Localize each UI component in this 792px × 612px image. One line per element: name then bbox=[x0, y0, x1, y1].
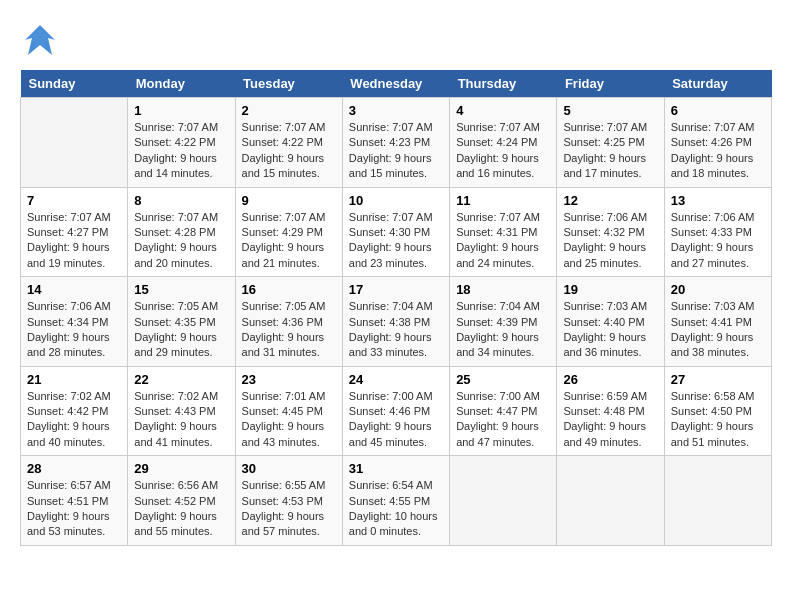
calendar-cell: 30Sunrise: 6:55 AMSunset: 4:53 PMDayligh… bbox=[235, 456, 342, 546]
day-detail: Sunrise: 7:01 AMSunset: 4:45 PMDaylight:… bbox=[242, 389, 336, 451]
day-detail: Sunrise: 7:06 AMSunset: 4:32 PMDaylight:… bbox=[563, 210, 657, 272]
day-number: 27 bbox=[671, 372, 765, 387]
calendar-day-header: Saturday bbox=[664, 70, 771, 98]
day-number: 15 bbox=[134, 282, 228, 297]
calendar-cell: 18Sunrise: 7:04 AMSunset: 4:39 PMDayligh… bbox=[450, 277, 557, 367]
day-number: 16 bbox=[242, 282, 336, 297]
calendar-week-row: 7Sunrise: 7:07 AMSunset: 4:27 PMDaylight… bbox=[21, 187, 772, 277]
day-detail: Sunrise: 7:07 AMSunset: 4:29 PMDaylight:… bbox=[242, 210, 336, 272]
day-number: 23 bbox=[242, 372, 336, 387]
day-number: 14 bbox=[27, 282, 121, 297]
day-number: 8 bbox=[134, 193, 228, 208]
calendar-week-row: 28Sunrise: 6:57 AMSunset: 4:51 PMDayligh… bbox=[21, 456, 772, 546]
day-detail: Sunrise: 7:07 AMSunset: 4:26 PMDaylight:… bbox=[671, 120, 765, 182]
calendar-cell: 3Sunrise: 7:07 AMSunset: 4:23 PMDaylight… bbox=[342, 98, 449, 188]
page-header bbox=[20, 20, 772, 60]
calendar-cell: 5Sunrise: 7:07 AMSunset: 4:25 PMDaylight… bbox=[557, 98, 664, 188]
day-detail: Sunrise: 7:03 AMSunset: 4:41 PMDaylight:… bbox=[671, 299, 765, 361]
calendar-cell bbox=[450, 456, 557, 546]
day-number: 31 bbox=[349, 461, 443, 476]
logo-icon bbox=[20, 20, 60, 60]
calendar-cell: 26Sunrise: 6:59 AMSunset: 4:48 PMDayligh… bbox=[557, 366, 664, 456]
calendar-cell bbox=[664, 456, 771, 546]
day-number: 7 bbox=[27, 193, 121, 208]
day-detail: Sunrise: 7:07 AMSunset: 4:24 PMDaylight:… bbox=[456, 120, 550, 182]
day-detail: Sunrise: 7:07 AMSunset: 4:30 PMDaylight:… bbox=[349, 210, 443, 272]
day-detail: Sunrise: 7:06 AMSunset: 4:33 PMDaylight:… bbox=[671, 210, 765, 272]
calendar-cell: 22Sunrise: 7:02 AMSunset: 4:43 PMDayligh… bbox=[128, 366, 235, 456]
day-number: 17 bbox=[349, 282, 443, 297]
calendar-day-header: Monday bbox=[128, 70, 235, 98]
calendar-cell: 10Sunrise: 7:07 AMSunset: 4:30 PMDayligh… bbox=[342, 187, 449, 277]
day-detail: Sunrise: 7:03 AMSunset: 4:40 PMDaylight:… bbox=[563, 299, 657, 361]
day-detail: Sunrise: 7:07 AMSunset: 4:25 PMDaylight:… bbox=[563, 120, 657, 182]
day-detail: Sunrise: 7:07 AMSunset: 4:27 PMDaylight:… bbox=[27, 210, 121, 272]
calendar-day-header: Tuesday bbox=[235, 70, 342, 98]
day-detail: Sunrise: 6:57 AMSunset: 4:51 PMDaylight:… bbox=[27, 478, 121, 540]
day-number: 22 bbox=[134, 372, 228, 387]
day-number: 12 bbox=[563, 193, 657, 208]
day-detail: Sunrise: 7:02 AMSunset: 4:42 PMDaylight:… bbox=[27, 389, 121, 451]
logo bbox=[20, 20, 64, 60]
calendar-cell: 27Sunrise: 6:58 AMSunset: 4:50 PMDayligh… bbox=[664, 366, 771, 456]
day-detail: Sunrise: 7:04 AMSunset: 4:38 PMDaylight:… bbox=[349, 299, 443, 361]
calendar-cell: 6Sunrise: 7:07 AMSunset: 4:26 PMDaylight… bbox=[664, 98, 771, 188]
day-number: 9 bbox=[242, 193, 336, 208]
calendar-cell: 23Sunrise: 7:01 AMSunset: 4:45 PMDayligh… bbox=[235, 366, 342, 456]
calendar-table: SundayMondayTuesdayWednesdayThursdayFrid… bbox=[20, 70, 772, 546]
day-number: 28 bbox=[27, 461, 121, 476]
day-number: 25 bbox=[456, 372, 550, 387]
day-number: 30 bbox=[242, 461, 336, 476]
calendar-week-row: 1Sunrise: 7:07 AMSunset: 4:22 PMDaylight… bbox=[21, 98, 772, 188]
day-detail: Sunrise: 6:56 AMSunset: 4:52 PMDaylight:… bbox=[134, 478, 228, 540]
calendar-week-row: 21Sunrise: 7:02 AMSunset: 4:42 PMDayligh… bbox=[21, 366, 772, 456]
calendar-cell bbox=[21, 98, 128, 188]
day-number: 24 bbox=[349, 372, 443, 387]
day-detail: Sunrise: 6:55 AMSunset: 4:53 PMDaylight:… bbox=[242, 478, 336, 540]
day-detail: Sunrise: 6:58 AMSunset: 4:50 PMDaylight:… bbox=[671, 389, 765, 451]
day-detail: Sunrise: 7:07 AMSunset: 4:22 PMDaylight:… bbox=[242, 120, 336, 182]
day-number: 5 bbox=[563, 103, 657, 118]
day-detail: Sunrise: 6:59 AMSunset: 4:48 PMDaylight:… bbox=[563, 389, 657, 451]
calendar-cell bbox=[557, 456, 664, 546]
day-detail: Sunrise: 7:00 AMSunset: 4:46 PMDaylight:… bbox=[349, 389, 443, 451]
day-number: 21 bbox=[27, 372, 121, 387]
day-number: 18 bbox=[456, 282, 550, 297]
calendar-cell: 14Sunrise: 7:06 AMSunset: 4:34 PMDayligh… bbox=[21, 277, 128, 367]
calendar-cell: 21Sunrise: 7:02 AMSunset: 4:42 PMDayligh… bbox=[21, 366, 128, 456]
day-detail: Sunrise: 7:07 AMSunset: 4:22 PMDaylight:… bbox=[134, 120, 228, 182]
calendar-cell: 4Sunrise: 7:07 AMSunset: 4:24 PMDaylight… bbox=[450, 98, 557, 188]
day-number: 20 bbox=[671, 282, 765, 297]
svg-marker-0 bbox=[25, 25, 55, 55]
calendar-cell: 1Sunrise: 7:07 AMSunset: 4:22 PMDaylight… bbox=[128, 98, 235, 188]
calendar-cell: 9Sunrise: 7:07 AMSunset: 4:29 PMDaylight… bbox=[235, 187, 342, 277]
day-detail: Sunrise: 7:07 AMSunset: 4:28 PMDaylight:… bbox=[134, 210, 228, 272]
day-detail: Sunrise: 7:02 AMSunset: 4:43 PMDaylight:… bbox=[134, 389, 228, 451]
calendar-cell: 8Sunrise: 7:07 AMSunset: 4:28 PMDaylight… bbox=[128, 187, 235, 277]
calendar-week-row: 14Sunrise: 7:06 AMSunset: 4:34 PMDayligh… bbox=[21, 277, 772, 367]
day-number: 13 bbox=[671, 193, 765, 208]
day-detail: Sunrise: 7:06 AMSunset: 4:34 PMDaylight:… bbox=[27, 299, 121, 361]
calendar-cell: 16Sunrise: 7:05 AMSunset: 4:36 PMDayligh… bbox=[235, 277, 342, 367]
calendar-cell: 2Sunrise: 7:07 AMSunset: 4:22 PMDaylight… bbox=[235, 98, 342, 188]
day-number: 29 bbox=[134, 461, 228, 476]
day-number: 19 bbox=[563, 282, 657, 297]
calendar-cell: 13Sunrise: 7:06 AMSunset: 4:33 PMDayligh… bbox=[664, 187, 771, 277]
calendar-cell: 11Sunrise: 7:07 AMSunset: 4:31 PMDayligh… bbox=[450, 187, 557, 277]
calendar-day-header: Thursday bbox=[450, 70, 557, 98]
day-detail: Sunrise: 7:07 AMSunset: 4:31 PMDaylight:… bbox=[456, 210, 550, 272]
day-detail: Sunrise: 6:54 AMSunset: 4:55 PMDaylight:… bbox=[349, 478, 443, 540]
day-detail: Sunrise: 7:07 AMSunset: 4:23 PMDaylight:… bbox=[349, 120, 443, 182]
day-number: 2 bbox=[242, 103, 336, 118]
day-number: 6 bbox=[671, 103, 765, 118]
day-number: 1 bbox=[134, 103, 228, 118]
day-number: 26 bbox=[563, 372, 657, 387]
calendar-cell: 25Sunrise: 7:00 AMSunset: 4:47 PMDayligh… bbox=[450, 366, 557, 456]
day-detail: Sunrise: 7:05 AMSunset: 4:36 PMDaylight:… bbox=[242, 299, 336, 361]
calendar-cell: 17Sunrise: 7:04 AMSunset: 4:38 PMDayligh… bbox=[342, 277, 449, 367]
calendar-cell: 28Sunrise: 6:57 AMSunset: 4:51 PMDayligh… bbox=[21, 456, 128, 546]
calendar-cell: 20Sunrise: 7:03 AMSunset: 4:41 PMDayligh… bbox=[664, 277, 771, 367]
calendar-day-header: Sunday bbox=[21, 70, 128, 98]
calendar-day-header: Friday bbox=[557, 70, 664, 98]
day-number: 3 bbox=[349, 103, 443, 118]
